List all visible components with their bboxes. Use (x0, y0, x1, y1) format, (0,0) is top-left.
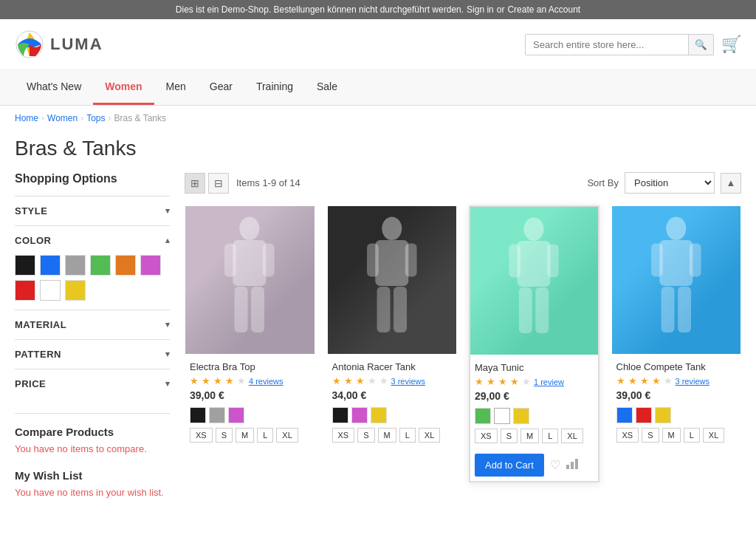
color-swatch-0[interactable] (15, 255, 35, 276)
signin-link[interactable]: Sign in (467, 4, 494, 15)
prod-swatch-0-0[interactable] (190, 407, 206, 423)
breadcrumb-item-2[interactable]: Tops (86, 113, 105, 123)
size-button-m[interactable]: M (662, 428, 681, 443)
color-swatch-3[interactable] (90, 255, 111, 276)
prod-swatch-3-2[interactable] (655, 407, 671, 423)
svg-rect-3 (225, 244, 237, 277)
prod-swatch-2-1[interactable] (494, 408, 510, 424)
breadcrumb-item-0[interactable]: Home (15, 113, 38, 123)
svg-rect-23 (659, 240, 693, 286)
compare-link[interactable]: You have no items to compare. (15, 443, 147, 454)
svg-rect-12 (394, 287, 407, 332)
prod-swatch-2-2[interactable] (513, 408, 529, 424)
sort-select[interactable]: PositionProduct NamePrice (625, 172, 715, 194)
size-button-xl[interactable]: XL (703, 428, 724, 443)
product-sizes-2: XSSMLXL (475, 429, 594, 443)
svg-rect-10 (405, 244, 417, 277)
size-button-l[interactable]: L (257, 428, 273, 443)
product-card-1[interactable]: Antonia Racer Tank★★★★★3 reviews34,00 €X… (327, 205, 458, 482)
filter-header-style[interactable]: STYLE▾ (15, 197, 170, 225)
color-swatch-6[interactable] (15, 280, 35, 301)
prod-swatch-1-1[interactable] (351, 407, 368, 423)
product-card-2[interactable]: Maya Tunic★★★★★1 review29,00 €XSSMLXLAdd… (469, 205, 599, 482)
size-button-l[interactable]: L (542, 429, 558, 443)
prod-swatch-1-0[interactable] (332, 407, 348, 423)
nav-item-women[interactable]: Women (93, 70, 154, 105)
size-button-s[interactable]: S (357, 428, 374, 443)
prod-swatch-0-1[interactable] (209, 407, 225, 423)
prod-swatch-3-1[interactable] (636, 407, 652, 423)
size-button-m[interactable]: M (378, 428, 396, 443)
filter-header-color[interactable]: COLOR▴ (15, 226, 170, 255)
color-swatch-4[interactable] (115, 255, 136, 276)
filter-header-material[interactable]: MATERIAL▾ (15, 310, 170, 339)
color-swatch-7[interactable] (40, 280, 61, 301)
size-button-xl[interactable]: XL (419, 428, 440, 443)
nav-item-sale[interactable]: Sale (305, 70, 349, 105)
nav-item-training[interactable]: Training (244, 70, 305, 105)
size-button-xl[interactable]: XL (276, 428, 298, 443)
prod-swatch-1-2[interactable] (371, 407, 387, 423)
prod-swatch-0-2[interactable] (228, 407, 244, 423)
size-button-l[interactable]: L (684, 428, 700, 443)
wishlist-button-2[interactable]: ♡ (550, 458, 560, 472)
product-card-3[interactable]: Chloe Compete Tank★★★★★3 reviews39,00 €X… (611, 205, 742, 482)
product-image-0 (185, 206, 315, 354)
size-button-l[interactable]: L (399, 428, 416, 443)
filter-label: PATTERN (15, 349, 61, 360)
svg-rect-11 (377, 287, 391, 332)
filter-label: PRICE (15, 378, 46, 389)
search-button[interactable]: 🔍 (688, 35, 713, 55)
prod-swatch-3-0[interactable] (616, 407, 633, 423)
logo-icon (15, 30, 44, 59)
svg-rect-18 (536, 287, 549, 333)
color-swatch-1[interactable] (40, 255, 61, 276)
sort-direction-button[interactable]: ▲ (721, 173, 741, 194)
nav-item-men[interactable]: Men (154, 70, 198, 105)
svg-point-22 (666, 217, 686, 241)
svg-rect-9 (367, 244, 379, 277)
size-button-xs[interactable]: XS (190, 428, 213, 443)
product-reviews-0[interactable]: 4 reviews (249, 377, 283, 386)
size-button-xs[interactable]: XS (332, 428, 355, 443)
wishlist-link[interactable]: You have no items in your wish list. (15, 487, 164, 498)
size-button-s[interactable]: S (216, 428, 233, 443)
search-input[interactable] (526, 35, 688, 55)
color-swatch-2[interactable] (65, 255, 86, 276)
add-to-cart-button-2[interactable]: Add to Cart (475, 454, 544, 477)
product-reviews-1[interactable]: 3 reviews (391, 377, 425, 386)
size-button-xs[interactable]: XS (616, 428, 639, 443)
product-reviews-3[interactable]: 3 reviews (676, 377, 709, 386)
filter-header-price[interactable]: PRICE▾ (15, 369, 170, 398)
chevron-down-icon: ▾ (165, 379, 171, 389)
breadcrumb-item-1[interactable]: Women (47, 113, 78, 123)
size-button-s[interactable]: S (501, 429, 518, 443)
prod-swatch-2-0[interactable] (475, 408, 491, 424)
size-button-xl[interactable]: XL (561, 429, 583, 443)
items-count: Items 1-9 of 14 (236, 177, 300, 188)
sort-label: Sort By (587, 177, 619, 188)
size-button-s[interactable]: S (642, 428, 659, 443)
product-stars-2: ★★★★★1 review (475, 376, 594, 387)
nav-item-whatsnew[interactable]: What's New (15, 70, 93, 105)
create-account-link[interactable]: Create an Account (507, 4, 580, 15)
product-card-0[interactable]: Electra Bra Top★★★★★4 reviews39,00 €XSSM… (185, 205, 315, 482)
color-swatch-8[interactable] (65, 280, 86, 301)
product-name-3: Chloe Compete Tank (616, 361, 737, 372)
grid-view-button[interactable]: ⊞ (185, 173, 205, 194)
page-title: Bras & Tanks (0, 131, 756, 172)
banner-message: Dies ist ein Demo-Shop. Bestellungen kön… (176, 4, 464, 15)
color-swatch-5[interactable] (140, 255, 161, 276)
nav-item-gear[interactable]: Gear (198, 70, 244, 105)
list-view-button[interactable]: ⊟ (208, 173, 229, 194)
size-button-m[interactable]: M (236, 428, 254, 443)
filter-header-pattern[interactable]: PATTERN▾ (15, 340, 170, 369)
compare-button-2[interactable] (566, 459, 578, 471)
logo[interactable]: LUMA (15, 30, 103, 59)
size-button-m[interactable]: M (520, 429, 539, 443)
product-image-3 (612, 206, 741, 354)
product-reviews-2[interactable]: 1 review (534, 378, 564, 386)
product-stars-3: ★★★★★3 reviews (616, 375, 737, 386)
size-button-xs[interactable]: XS (475, 429, 498, 443)
cart-icon[interactable]: 🛒 (721, 35, 741, 54)
